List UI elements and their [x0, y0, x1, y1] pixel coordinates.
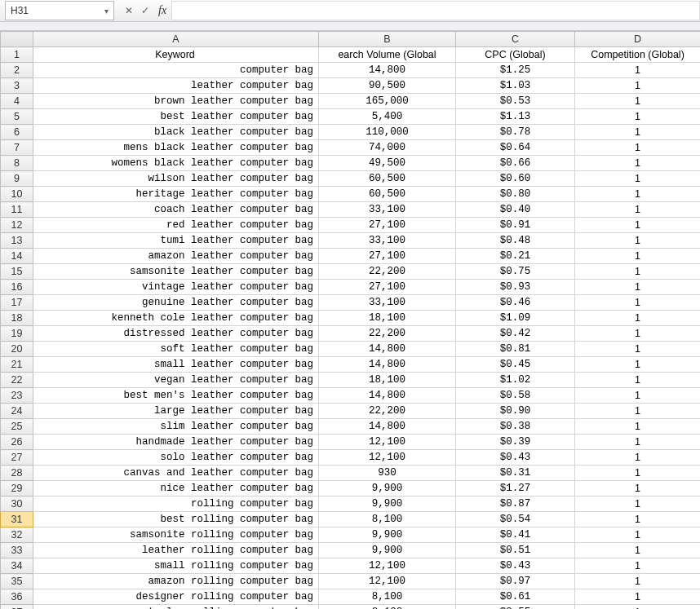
row-header[interactable]: 31: [1, 512, 33, 527]
cell[interactable]: brown leather computer bag: [33, 94, 319, 109]
cell[interactable]: soft leather computer bag: [33, 342, 319, 357]
cell[interactable]: 1: [575, 512, 701, 527]
cell[interactable]: 90,500: [319, 78, 456, 94]
cell[interactable]: $1.02: [456, 373, 575, 388]
row-header[interactable]: 18: [1, 311, 33, 326]
cell[interactable]: $0.60: [456, 171, 575, 187]
row-header[interactable]: 3: [1, 78, 33, 94]
cell[interactable]: $0.48: [456, 233, 575, 249]
row-header[interactable]: 13: [1, 233, 33, 249]
cell[interactable]: 12,100: [319, 450, 456, 466]
cell[interactable]: canvas and leather computer bag: [33, 466, 319, 481]
row-header[interactable]: 37: [1, 605, 33, 610]
row-header[interactable]: 30: [1, 496, 33, 512]
cell[interactable]: $0.42: [456, 326, 575, 342]
cell[interactable]: 1: [575, 589, 701, 605]
cell[interactable]: 1: [575, 574, 701, 589]
cell[interactable]: $0.38: [456, 419, 575, 435]
cell[interactable]: 1: [575, 171, 701, 187]
cell[interactable]: 1: [575, 558, 701, 574]
cell[interactable]: 33,100: [319, 233, 456, 249]
cell[interactable]: best men's leather computer bag: [33, 388, 319, 404]
cell[interactable]: staples rolling computer bag: [33, 605, 319, 610]
row-header[interactable]: 24: [1, 404, 33, 419]
cell[interactable]: $0.21: [456, 249, 575, 264]
cell[interactable]: $0.64: [456, 140, 575, 156]
cell[interactable]: nice leather computer bag: [33, 481, 319, 496]
cell[interactable]: 8,100: [319, 605, 456, 610]
row-header[interactable]: 19: [1, 326, 33, 342]
row-header[interactable]: 6: [1, 125, 33, 140]
cell[interactable]: red leather computer bag: [33, 218, 319, 233]
cell[interactable]: $0.43: [456, 450, 575, 466]
select-all-corner[interactable]: [1, 32, 33, 47]
cell[interactable]: 14,800: [319, 419, 456, 435]
chevron-down-icon[interactable]: ▾: [104, 7, 109, 15]
col-header-A[interactable]: A: [33, 32, 319, 47]
cell[interactable]: 1: [575, 326, 701, 342]
cell[interactable]: $0.54: [456, 512, 575, 527]
cell[interactable]: $0.78: [456, 125, 575, 140]
row-header[interactable]: 32: [1, 527, 33, 543]
cell[interactable]: computer bag: [33, 63, 319, 78]
cell[interactable]: $0.53: [456, 94, 575, 109]
cell[interactable]: large leather computer bag: [33, 404, 319, 419]
cell[interactable]: 1: [575, 125, 701, 140]
cell[interactable]: 27,100: [319, 218, 456, 233]
cell[interactable]: 1: [575, 233, 701, 249]
cell[interactable]: 12,100: [319, 558, 456, 574]
cell[interactable]: small leather computer bag: [33, 357, 319, 373]
cell[interactable]: $0.93: [456, 280, 575, 295]
col-header-B[interactable]: B: [319, 32, 456, 47]
row-header[interactable]: 14: [1, 249, 33, 264]
cell[interactable]: $0.31: [456, 466, 575, 481]
cell[interactable]: amazon leather computer bag: [33, 249, 319, 264]
cell[interactable]: 1: [575, 218, 701, 233]
cell[interactable]: $0.90: [456, 404, 575, 419]
cell[interactable]: $1.09: [456, 311, 575, 326]
cell[interactable]: 1: [575, 450, 701, 466]
cell[interactable]: $0.87: [456, 496, 575, 512]
cell[interactable]: $0.41: [456, 527, 575, 543]
spreadsheet-grid[interactable]: A B C D 1Keywordearch Volume (GlobalCPC …: [0, 31, 700, 609]
cell[interactable]: black leather computer bag: [33, 125, 319, 140]
cell[interactable]: 1: [575, 419, 701, 435]
row-header[interactable]: 2: [1, 63, 33, 78]
col-header-D[interactable]: D: [575, 32, 701, 47]
row-header[interactable]: 21: [1, 357, 33, 373]
cell[interactable]: $0.45: [456, 357, 575, 373]
cell[interactable]: $0.66: [456, 156, 575, 171]
cell[interactable]: 9,900: [319, 481, 456, 496]
cell[interactable]: 1: [575, 264, 701, 280]
cell[interactable]: $1.25: [456, 63, 575, 78]
cell[interactable]: 1: [575, 357, 701, 373]
cell[interactable]: Competition (Global): [575, 47, 701, 63]
row-header[interactable]: 16: [1, 280, 33, 295]
row-header[interactable]: 25: [1, 419, 33, 435]
row-header[interactable]: 33: [1, 543, 33, 558]
cell[interactable]: 1: [575, 466, 701, 481]
cell[interactable]: $0.75: [456, 264, 575, 280]
cell[interactable]: 27,100: [319, 280, 456, 295]
cell[interactable]: earch Volume (Global: [319, 47, 456, 63]
cell[interactable]: best leather computer bag: [33, 109, 319, 125]
cell[interactable]: rolling computer bag: [33, 496, 319, 512]
cell[interactable]: $0.58: [456, 388, 575, 404]
cell[interactable]: small rolling computer bag: [33, 558, 319, 574]
cell[interactable]: heritage leather computer bag: [33, 187, 319, 202]
col-header-C[interactable]: C: [456, 32, 575, 47]
cell[interactable]: $1.03: [456, 78, 575, 94]
row-header[interactable]: 17: [1, 295, 33, 311]
cell[interactable]: $0.61: [456, 589, 575, 605]
cell[interactable]: $0.46: [456, 295, 575, 311]
cell[interactable]: 1: [575, 140, 701, 156]
cell[interactable]: Keyword: [33, 47, 319, 63]
cell[interactable]: 930: [319, 466, 456, 481]
row-header[interactable]: 28: [1, 466, 33, 481]
cell[interactable]: 1: [575, 527, 701, 543]
row-header[interactable]: 36: [1, 589, 33, 605]
row-header[interactable]: 9: [1, 171, 33, 187]
cell[interactable]: 110,000: [319, 125, 456, 140]
cell[interactable]: vegan leather computer bag: [33, 373, 319, 388]
cell[interactable]: $0.80: [456, 187, 575, 202]
